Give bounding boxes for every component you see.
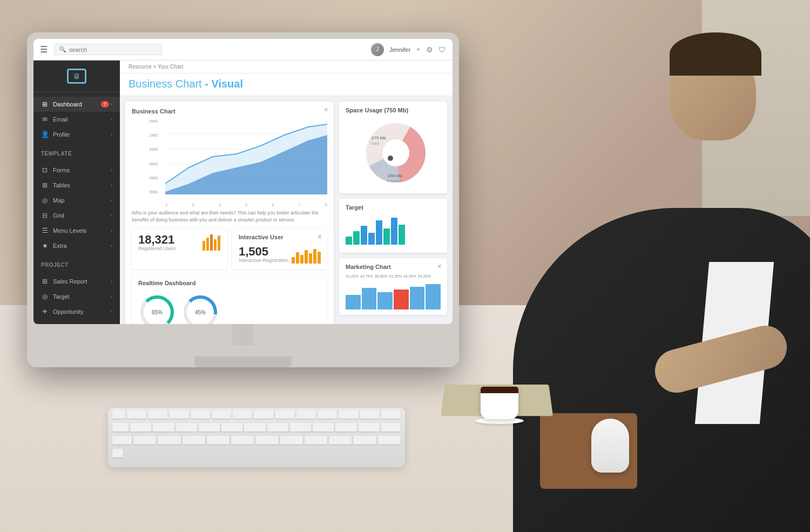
- right-column: Space Usage (750 Mb): [339, 102, 447, 324]
- key[interactable]: [275, 410, 295, 419]
- area-chart-svg: [165, 119, 327, 194]
- sidebar-item-label: Dashboard: [53, 101, 82, 107]
- profile-icon: 👤: [41, 131, 49, 138]
- close-button[interactable]: ×: [437, 262, 442, 270]
- chevron-icon: ‹: [111, 243, 112, 248]
- search-box[interactable]: 🔍: [54, 44, 162, 55]
- key[interactable]: [381, 410, 401, 419]
- key[interactable]: [255, 436, 278, 445]
- key[interactable]: [231, 436, 254, 445]
- content-area: Resource > Your Chart Business Chart - V…: [120, 60, 453, 324]
- shield-icon[interactable]: 🛡: [438, 45, 446, 54]
- menu-levels-icon: ☰: [41, 227, 49, 234]
- key[interactable]: [133, 436, 156, 445]
- key[interactable]: [233, 410, 252, 419]
- chart-description: Who is your audience and what are their …: [132, 210, 327, 223]
- gear-icon[interactable]: ⚙: [426, 45, 433, 54]
- close-button[interactable]: ×: [318, 233, 322, 240]
- sidebar-item-label: Forms: [53, 167, 70, 173]
- key[interactable]: [112, 410, 125, 419]
- key[interactable]: [335, 423, 356, 432]
- cup: [481, 387, 518, 419]
- stand-neck: [232, 324, 254, 346]
- key[interactable]: [148, 410, 167, 419]
- key[interactable]: [191, 410, 210, 419]
- enter-key[interactable]: [378, 436, 401, 445]
- chevron-icon: ‹: [111, 198, 112, 203]
- key[interactable]: [381, 423, 401, 432]
- business-chart-card: × Business Chart 5MS4MS3MS2MS1MS0MS: [125, 102, 334, 324]
- key[interactable]: [339, 410, 358, 419]
- widget-grid: × Business Chart 5MS4MS3MS2MS1MS0MS: [120, 102, 453, 324]
- sidebar-item-dashboard[interactable]: ⊞ Dashboard 7 ‹: [33, 97, 120, 112]
- stat-label: Registered Users: [138, 246, 176, 251]
- key[interactable]: [290, 423, 311, 432]
- close-button[interactable]: ×: [324, 106, 328, 113]
- grid-icon: ⊟: [41, 212, 49, 219]
- key[interactable]: [112, 436, 132, 445]
- key[interactable]: [360, 410, 380, 419]
- key[interactable]: [329, 436, 352, 445]
- key[interactable]: [267, 423, 288, 432]
- key[interactable]: [318, 410, 337, 419]
- interactive-user-card: × Interactive User 1,505 Interactive Reg…: [232, 228, 327, 269]
- monitor-bezel: ☰ 🔍 J Jennifer ▼ ⚙ 🛡: [33, 39, 453, 324]
- chevron-icon: ‹: [111, 183, 112, 188]
- sidebar-item-map[interactable]: ◎ Map ‹: [33, 193, 120, 208]
- chevron-icon: ‹: [111, 279, 112, 284]
- stat-value: 18,321: [138, 234, 176, 246]
- y-axis-labels: 5MS4MS3MS2MS1MS0MS: [149, 119, 165, 194]
- sidebar-item-target[interactable]: ◎ Target ‹: [33, 289, 120, 304]
- key[interactable]: [313, 423, 334, 432]
- avatar: J: [371, 43, 384, 56]
- key[interactable]: [127, 410, 146, 419]
- key[interactable]: [244, 423, 265, 432]
- sidebar-item-forms[interactable]: ⊡ Forms ‹: [33, 163, 120, 178]
- donut-chart-svg: 275 Mb Used 250 Mb Available: [361, 123, 426, 183]
- stat-number-card: × 18,321 Registered Users: [132, 228, 227, 269]
- key[interactable]: [305, 436, 327, 445]
- topbar-right: J Jennifer ▼ ⚙ 🛡: [371, 43, 446, 56]
- key[interactable]: [353, 436, 376, 445]
- sidebar-item-menu-levels[interactable]: ☰ Menu Levels ‹: [33, 223, 120, 238]
- realtime-title: Realtime Dashboard: [138, 280, 321, 286]
- key[interactable]: [280, 436, 303, 445]
- tables-icon: ⊞: [41, 181, 49, 189]
- sidebar-item-extra[interactable]: ★ Extra ‹: [33, 238, 120, 253]
- key[interactable]: [169, 410, 188, 419]
- dashboard-icon: ⊞: [41, 100, 49, 108]
- key[interactable]: [199, 423, 220, 432]
- key[interactable]: [221, 423, 242, 432]
- key[interactable]: [112, 449, 123, 457]
- close-button[interactable]: ×: [217, 233, 221, 240]
- key[interactable]: [359, 423, 380, 432]
- sidebar-item-sales-report[interactable]: ⊞ Sales Report ‹: [33, 274, 120, 289]
- sidebar-item-profile[interactable]: 👤 Profile ‹: [33, 127, 120, 142]
- svg-text:Used: Used: [370, 142, 379, 145]
- keyboard-row-2: [108, 421, 405, 434]
- key[interactable]: [112, 423, 129, 432]
- key[interactable]: [296, 410, 316, 419]
- key[interactable]: [153, 423, 174, 432]
- key[interactable]: [183, 436, 205, 445]
- target-icon: ◎: [41, 293, 49, 300]
- search-input[interactable]: [69, 46, 157, 53]
- menu-icon[interactable]: ☰: [40, 44, 48, 55]
- sidebar-logo: 🖥: [33, 60, 120, 92]
- marketing-percent-labels: 31.25%43.75%38.56%41.25%44.50%59.25%: [346, 274, 441, 278]
- key[interactable]: [130, 423, 151, 432]
- marketing-bars: [346, 282, 441, 309]
- sidebar-item-tables[interactable]: ⊞ Tables ‹: [33, 178, 120, 193]
- sidebar-item-campaigns[interactable]: ◈ Campaigns ‹: [33, 319, 120, 324]
- key[interactable]: [254, 410, 273, 419]
- sidebar-item-label: Sales Report: [53, 278, 87, 285]
- key[interactable]: [212, 410, 231, 419]
- key[interactable]: [176, 423, 197, 432]
- key[interactable]: [207, 436, 230, 445]
- sidebar-item-grid[interactable]: ⊟ Grid ‹: [33, 208, 120, 223]
- sidebar-item-email[interactable]: ✉ Email ‹: [33, 112, 120, 127]
- key[interactable]: [158, 436, 180, 445]
- interactive-count: 1,505: [239, 246, 288, 258]
- sidebar-item-opportunity[interactable]: ✈ Opportunity ‹: [33, 304, 120, 319]
- opportunity-icon: ✈: [41, 308, 49, 315]
